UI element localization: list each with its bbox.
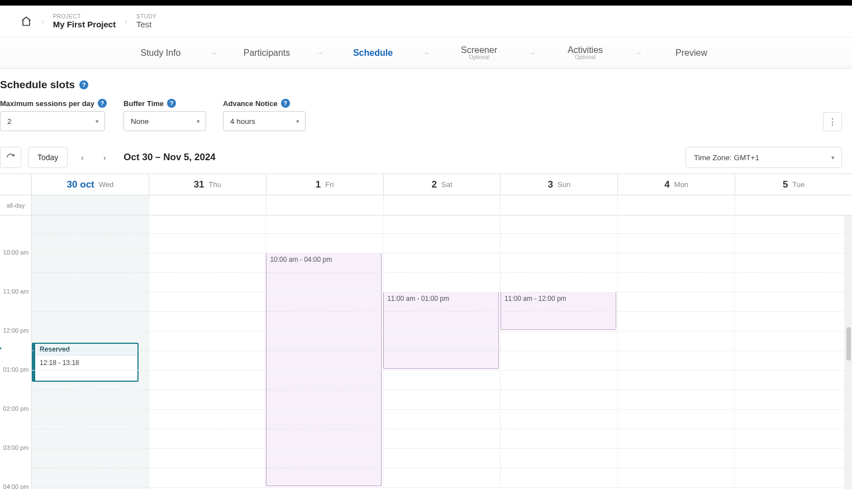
buffer-label: Buffer Time [123, 99, 164, 108]
availability-slot[interactable]: 11:00 am - 12:00 pm [501, 292, 616, 330]
day-of-week: Sun [558, 180, 570, 189]
halfhour-gridline [32, 468, 852, 468]
allday-cell[interactable] [384, 195, 501, 215]
allday-cell[interactable] [618, 195, 735, 215]
hour-gridline [32, 409, 852, 410]
hour-gridline [32, 487, 852, 488]
wizard-step-participants[interactable]: Participants [222, 48, 312, 58]
today-button[interactable]: Today [28, 147, 68, 168]
schedule-controls: Schedule slots ? Maximum sessions per da… [0, 69, 852, 174]
hour-gridline [32, 448, 852, 449]
breadcrumb-project-name: My First Project [53, 20, 116, 29]
allday-cell[interactable] [266, 195, 384, 215]
home-icon[interactable] [20, 15, 32, 27]
hour-label: 12:00 pm [0, 327, 32, 334]
reserved-time: 12:18 - 13:18 [35, 356, 137, 370]
arrow-right-icon: → [635, 49, 642, 57]
allday-label: all-day [0, 195, 32, 215]
day-number: 1 [316, 179, 321, 190]
arrow-right-icon: → [529, 49, 536, 57]
scrollbar-thumb[interactable] [846, 327, 851, 361]
hour-label: 03:00 pm [0, 444, 32, 451]
more-options-button[interactable]: ⋮ [823, 112, 842, 131]
allday-cell[interactable] [149, 195, 266, 215]
timezone-value: Time Zone: GMT+1 [694, 153, 759, 162]
buffer-select[interactable]: None ▾ [123, 111, 206, 131]
allday-cell[interactable] [501, 195, 618, 215]
calendar-toolbar: Today ‹ › Oct 30 – Nov 5, 2024 Time Zone… [0, 131, 852, 174]
calendar-allday-row: all-day [0, 195, 852, 215]
wizard-step-title: Schedule [329, 48, 418, 58]
max-sessions-value: 2 [7, 117, 12, 126]
timezone-select[interactable]: Time Zone: GMT+1 ▾ [686, 147, 842, 168]
refresh-button[interactable] [0, 147, 21, 168]
wizard-step-study-info[interactable]: Study Info [116, 48, 206, 58]
calendar-day-header[interactable]: 31Thu [149, 174, 266, 195]
calendar-day-header[interactable]: 5Tue [735, 174, 852, 195]
day-of-week: Mon [674, 180, 688, 189]
hour-label: 09:00 am [0, 215, 32, 217]
hour-label: 01:00 pm [0, 366, 32, 373]
hour-gridline [32, 253, 852, 253]
breadcrumb-study[interactable]: STUDY Test [136, 13, 156, 29]
wizard-step-subtitle: Optional [435, 54, 524, 60]
help-icon[interactable]: ? [98, 99, 107, 108]
calendar-day-header[interactable]: 3Sun [501, 174, 618, 195]
buffer-value: None [131, 117, 149, 126]
hour-label: 10:00 am [0, 249, 32, 256]
reserved-event[interactable]: Reserved12:18 - 13:18 [32, 343, 139, 382]
now-indicator [0, 345, 2, 351]
hour-gridline [32, 331, 852, 332]
help-icon[interactable]: ? [167, 99, 176, 108]
halfhour-gridline [32, 351, 852, 351]
calendar-day-header[interactable]: 2Sat [384, 174, 501, 195]
breadcrumb-project-label: PROJECT [53, 13, 116, 20]
allday-cell[interactable] [735, 195, 852, 215]
scrollbar-track[interactable] [844, 215, 852, 489]
prev-week-button[interactable]: ‹ [74, 150, 90, 165]
day-of-week: Thu [209, 180, 221, 189]
help-icon[interactable]: ? [79, 80, 88, 89]
next-week-button[interactable]: › [97, 150, 112, 165]
top-black-bar [0, 0, 852, 6]
day-of-week: Wed [99, 180, 114, 189]
allday-cell[interactable] [32, 195, 149, 215]
hour-label: 11:00 am [0, 288, 32, 295]
wizard-step-preview[interactable]: Preview [647, 48, 736, 58]
setting-max-sessions: Maximum sessions per day ? 2 ▾ [0, 99, 107, 131]
date-range: Oct 30 – Nov 5, 2024 [123, 152, 215, 163]
calendar-day-header[interactable]: 30 octWed [32, 174, 149, 195]
wizard-step-schedule[interactable]: Schedule [329, 48, 418, 58]
hour-gridline [32, 370, 852, 371]
advance-value: 4 hours [230, 117, 255, 126]
calendar-day-header[interactable]: 1Fri [266, 174, 384, 195]
hour-label: 02:00 pm [0, 405, 32, 412]
day-of-week: Tue [792, 180, 805, 189]
halfhour-gridline [32, 429, 852, 429]
max-sessions-select[interactable]: 2 ▾ [0, 111, 105, 131]
day-number: 3 [548, 179, 553, 190]
halfhour-gridline [32, 272, 852, 273]
calendar-grid[interactable]: Reserved12:18 - 13:1810:00 am - 04:00 pm… [32, 215, 852, 489]
day-number: 4 [664, 179, 669, 190]
chevron-down-icon: ▾ [96, 118, 99, 125]
halfhour-gridline [32, 390, 852, 390]
day-number: 30 oct [67, 179, 94, 190]
max-sessions-label: Maximum sessions per day [0, 99, 94, 108]
chevron-right-icon: › [125, 17, 127, 26]
arrow-right-icon: → [422, 49, 430, 57]
breadcrumb-study-label: STUDY [136, 13, 156, 20]
advance-select[interactable]: 4 hours ▾ [223, 111, 306, 131]
help-icon[interactable]: ? [281, 99, 290, 108]
calendar-body[interactable]: 09:00 am10:00 am11:00 am12:00 pm01:00 pm… [0, 215, 852, 489]
chevron-right-icon: › [41, 17, 44, 26]
day-of-week: Sat [441, 180, 453, 189]
availability-slot[interactable]: 10:00 am - 04:00 pm [266, 253, 382, 486]
arrow-right-icon: → [316, 49, 324, 57]
day-number: 2 [432, 179, 437, 190]
breadcrumb-project[interactable]: PROJECT My First Project [53, 13, 116, 29]
calendar-day-header[interactable]: 4Mon [618, 174, 735, 195]
availability-slot[interactable]: 11:00 am - 01:00 pm [383, 292, 499, 369]
wizard-step-screener[interactable]: ScreenerOptional [435, 45, 524, 60]
wizard-step-activities[interactable]: ActivitiesOptional [541, 45, 630, 60]
